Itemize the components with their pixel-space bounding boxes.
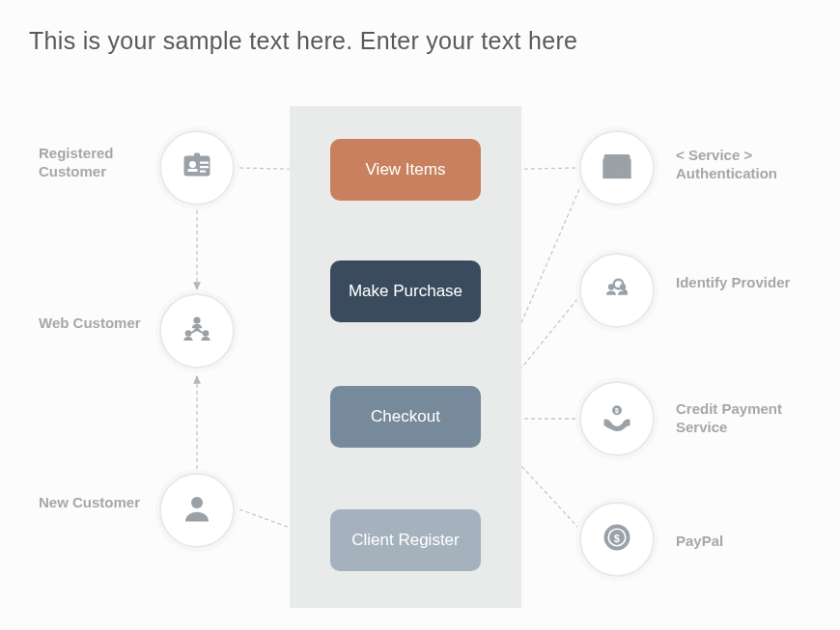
label-registered-customer: Registered Customer <box>39 145 154 181</box>
svg-point-19 <box>191 497 203 508</box>
label-web-customer: Web Customer <box>39 315 154 333</box>
action-client-register: Client Register <box>330 509 481 571</box>
node-web-customer <box>159 293 235 369</box>
svg-rect-12 <box>200 162 209 164</box>
currency-coin-icon: $ <box>600 520 634 559</box>
svg-rect-14 <box>200 171 206 173</box>
node-new-customer <box>159 473 235 548</box>
label-service-authentication: < Service > Authentication <box>676 147 835 183</box>
hands-coin-icon: $ <box>600 399 634 438</box>
svg-point-25 <box>614 280 624 289</box>
code-window-icon <box>600 149 634 187</box>
svg-text:$: $ <box>614 533 620 544</box>
label-credit-payment-service: Credit Payment Service <box>676 400 835 437</box>
svg-point-16 <box>193 316 200 323</box>
svg-rect-15 <box>194 153 200 158</box>
svg-text:$: $ <box>615 407 619 415</box>
page-title: This is your sample text here. Enter you… <box>29 27 577 55</box>
node-registered-customer <box>159 130 235 205</box>
action-checkout: Checkout <box>330 386 481 448</box>
label-identify-provider: Identify Provider <box>676 274 835 292</box>
node-identify-provider <box>579 253 655 328</box>
org-group-icon <box>180 312 214 350</box>
node-service-authentication <box>579 130 655 205</box>
label-new-customer: New Customer <box>39 494 154 512</box>
svg-rect-13 <box>200 166 209 168</box>
user-icon <box>180 491 214 530</box>
actions-panel: View Items Make Purchase Checkout Client… <box>290 106 521 608</box>
action-view-items: View Items <box>330 139 481 201</box>
node-paypal: $ <box>579 502 655 577</box>
svg-rect-11 <box>187 169 198 172</box>
node-credit-payment-service: $ <box>579 381 655 456</box>
inspect-group-icon <box>600 271 634 310</box>
svg-point-10 <box>189 161 196 168</box>
action-make-purchase: Make Purchase <box>330 260 481 322</box>
id-badge-icon <box>180 149 214 187</box>
label-paypal: PayPal <box>676 533 835 551</box>
